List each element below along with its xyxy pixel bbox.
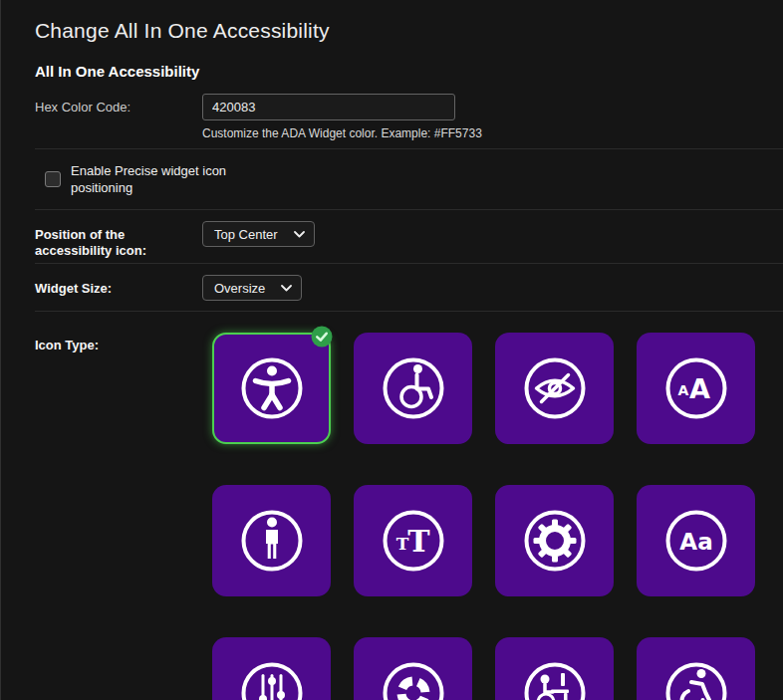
eye-slash-icon: [520, 353, 590, 423]
widget-size-select[interactable]: Oversize: [202, 275, 302, 301]
precise-positioning-row: Enable Precise widget icon positioning: [35, 149, 783, 210]
icon-type-option-workstation-person[interactable]: [495, 637, 614, 700]
font-size-aA-icon: A A: [661, 353, 731, 423]
chevron-down-icon: [294, 231, 305, 238]
precise-positioning-checkbox[interactable]: [45, 171, 61, 187]
icon-type-grid: A A T T: [212, 333, 783, 700]
position-select-value: Top Center: [214, 227, 278, 242]
letters-Aa-icon: Aa: [661, 506, 731, 576]
position-label: Position of the accessibility icon:: [35, 221, 202, 259]
widget-size-select-value: Oversize: [214, 281, 265, 296]
position-select[interactable]: Top Center: [202, 221, 315, 247]
page-left-edge: [0, 0, 1, 700]
active-wheelchair-icon: [661, 658, 731, 700]
svg-text:A: A: [677, 382, 688, 398]
icon-type-option-settings-gear[interactable]: [495, 485, 614, 596]
hex-color-input[interactable]: [202, 94, 455, 120]
svg-text:A: A: [689, 373, 710, 404]
position-row: Position of the accessibility icon: Top …: [35, 210, 783, 264]
selected-check-badge-icon: [311, 326, 333, 348]
icon-type-option-standing-person[interactable]: [212, 485, 331, 596]
settings-page: Change All In One Accessibility All In O…: [0, 0, 783, 700]
page-title: Change All In One Accessibility: [35, 17, 783, 44]
widget-size-label: Widget Size:: [35, 275, 202, 297]
text-size-TT-icon: T T: [379, 506, 448, 576]
svg-text:Aa: Aa: [679, 529, 712, 555]
icon-type-option-wheelchair[interactable]: [354, 333, 472, 444]
wheelchair-icon: [379, 353, 448, 423]
icon-type-option-universal-access[interactable]: [212, 333, 331, 444]
precise-positioning-label: Enable Precise widget icon positioning: [71, 162, 238, 196]
chevron-down-icon: [281, 285, 292, 292]
icon-type-option-support-wheel[interactable]: [354, 637, 472, 700]
icon-type-option-eye-slash[interactable]: [495, 333, 614, 444]
standing-person-icon: [237, 506, 307, 576]
icon-type-label: Icon Type:: [35, 332, 202, 353]
support-wheel-icon: [379, 658, 448, 700]
icon-type-option-adjust-sliders[interactable]: [212, 637, 331, 700]
adjust-sliders-icon: [237, 658, 307, 700]
universal-access-icon: [237, 353, 307, 423]
section-heading: All In One Accessibility: [35, 64, 783, 80]
icon-type-option-text-size-TT[interactable]: T T: [354, 485, 472, 596]
workstation-person-icon: [520, 658, 590, 700]
svg-text:T: T: [407, 524, 430, 559]
settings-gear-icon: [520, 506, 590, 576]
icon-type-row: Icon Type:: [35, 312, 783, 700]
icon-type-option-letters-Aa[interactable]: Aa: [637, 485, 755, 596]
hex-color-help-text: Customize the ADA Widget color. Example:…: [202, 126, 783, 140]
hex-color-label: Hex Color Code:: [35, 94, 202, 116]
icon-type-option-active-wheelchair[interactable]: [637, 637, 755, 700]
icon-type-option-font-size-aA[interactable]: A A: [637, 333, 755, 444]
widget-size-row: Widget Size: Oversize: [35, 264, 783, 312]
hex-color-row: Hex Color Code: Customize the ADA Widget…: [35, 88, 783, 149]
